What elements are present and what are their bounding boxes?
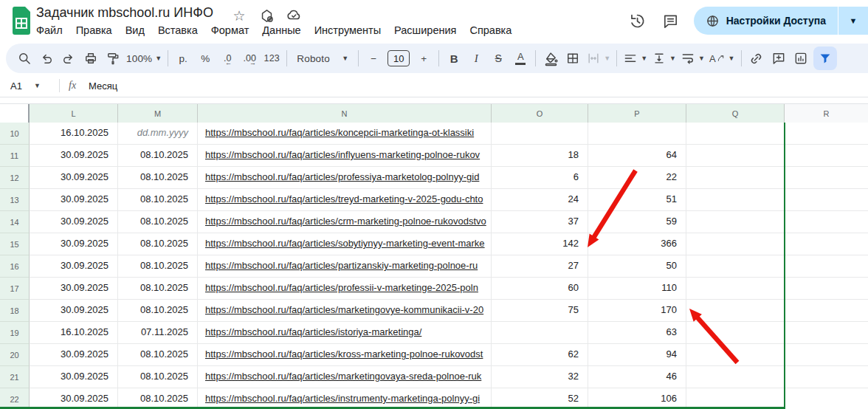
cell-N22[interactable]: https://mbschool.ru/faq/articles/instrum…	[198, 388, 492, 409]
cell-Q19[interactable]	[686, 322, 785, 344]
cell-M15[interactable]: 08.10.2025	[118, 233, 198, 255]
column-header-R[interactable]: R	[785, 104, 868, 123]
cell-R11[interactable]	[785, 145, 868, 167]
cell-N14[interactable]: https://mbschool.ru/faq/articles/crm-mar…	[198, 211, 492, 233]
cell-P22[interactable]: 106	[588, 388, 686, 409]
cell-R20[interactable]	[785, 344, 868, 366]
cell-M21[interactable]: 08.10.2025	[118, 366, 198, 388]
sheets-logo-icon[interactable]	[11, 7, 32, 38]
cell-O12[interactable]: 6	[492, 167, 588, 189]
cell-O11[interactable]: 18	[492, 145, 588, 167]
cell-Q21[interactable]	[686, 366, 785, 388]
cell-P12[interactable]: 22	[588, 167, 686, 189]
cell-P14[interactable]: 59	[588, 211, 686, 233]
share-dropdown-caret[interactable]: ▼	[838, 7, 868, 35]
borders-icon[interactable]	[562, 47, 584, 69]
cell-O17[interactable]: 60	[492, 278, 588, 300]
insert-link-icon[interactable]	[745, 47, 768, 69]
cell-Q20[interactable]	[686, 344, 785, 366]
cell-N10[interactable]: https://mbschool.ru/faq/articles/koncepc…	[198, 123, 492, 145]
font-select[interactable]: Roboto ▼	[291, 47, 354, 69]
cell-Q13[interactable]	[686, 189, 785, 211]
horizontal-align-icon[interactable]: ▼	[621, 47, 650, 69]
cell-N21[interactable]: https://mbschool.ru/faq/articles/marketi…	[198, 366, 492, 388]
cell-L15[interactable]: 30.09.2025	[30, 233, 118, 255]
search-icon[interactable]	[13, 47, 35, 69]
cell-O21[interactable]: 32	[492, 366, 588, 388]
cell-M14[interactable]: 08.10.2025	[118, 211, 198, 233]
decrease-font-size-button[interactable]: −	[362, 47, 385, 69]
cell-M18[interactable]: 08.10.2025	[118, 300, 198, 322]
cell-L21[interactable]: 30.09.2025	[30, 366, 118, 388]
cell-L19[interactable]: 16.10.2025	[30, 322, 118, 344]
cell-N19[interactable]: https://mbschool.ru/faq/articles/istoriy…	[198, 322, 492, 344]
cell-N15[interactable]: https://mbschool.ru/faq/articles/sobytiy…	[198, 233, 492, 255]
select-all-corner[interactable]	[0, 104, 30, 123]
insert-chart-icon[interactable]	[790, 47, 812, 69]
menu-item-tools[interactable]: Инструменты	[308, 22, 388, 38]
cell-N13[interactable]: https://mbschool.ru/faq/articles/treyd-m…	[198, 189, 492, 211]
cell-Q17[interactable]	[686, 278, 785, 300]
document-title[interactable]: Задачник mbschool.ru ИНФО	[36, 5, 213, 21]
cell-O20[interactable]: 62	[492, 344, 588, 366]
menu-item-data[interactable]: Данные	[255, 22, 307, 38]
cell-P18[interactable]: 170	[588, 300, 686, 322]
cell-O18[interactable]: 75	[492, 300, 588, 322]
cell-Q11[interactable]	[686, 145, 785, 167]
row-header-13[interactable]: 13	[0, 189, 30, 211]
cell-R18[interactable]	[785, 300, 868, 322]
cell-L12[interactable]: 30.09.2025	[30, 167, 118, 189]
bold-button[interactable]: B	[443, 47, 465, 69]
cell-Q18[interactable]	[686, 300, 785, 322]
zoom-select[interactable]: 100% ▼	[124, 47, 164, 69]
merge-cells-icon[interactable]: ▼	[584, 47, 613, 69]
cell-N11[interactable]: https://mbschool.ru/faq/articles/inflyue…	[198, 145, 492, 167]
cell-M13[interactable]: 08.10.2025	[118, 189, 198, 211]
cell-O10[interactable]	[492, 123, 588, 145]
cell-P15[interactable]: 366	[588, 233, 686, 255]
comments-icon[interactable]	[654, 6, 688, 35]
increase-decimals-button[interactable]: .00→	[238, 47, 261, 69]
row-header-21[interactable]: 21	[0, 366, 30, 388]
menu-item-help[interactable]: Справка	[463, 22, 518, 38]
cell-L13[interactable]: 30.09.2025	[30, 189, 118, 211]
cell-R12[interactable]	[785, 167, 868, 189]
cell-O19[interactable]	[492, 322, 588, 344]
menu-item-edit[interactable]: Правка	[69, 22, 119, 38]
row-header-16[interactable]: 16	[0, 255, 30, 278]
cell-O16[interactable]: 27	[492, 255, 588, 278]
row-header-12[interactable]: 12	[0, 167, 30, 189]
menu-item-extensions[interactable]: Расширения	[388, 22, 463, 38]
row-header-10[interactable]: 10	[0, 123, 30, 145]
cell-R22[interactable]	[785, 388, 868, 409]
fill-color-icon[interactable]	[540, 47, 562, 69]
cell-M11[interactable]: 08.10.2025	[118, 145, 198, 167]
cell-M16[interactable]: 08.10.2025	[118, 255, 198, 278]
cell-P19[interactable]: 63	[588, 322, 686, 344]
column-header-L[interactable]: L	[30, 104, 118, 123]
row-header-17[interactable]: 17	[0, 278, 30, 300]
formula-input[interactable]: Месяц	[89, 80, 117, 92]
cell-L10[interactable]: 16.10.2025	[30, 123, 118, 145]
print-icon[interactable]	[80, 47, 102, 69]
version-history-icon[interactable]	[620, 6, 654, 35]
font-size-input[interactable]: 10	[388, 50, 410, 66]
menu-item-file[interactable]: Файл	[30, 22, 69, 38]
cell-M22[interactable]: 08.10.2025	[118, 388, 198, 409]
cell-R15[interactable]	[785, 233, 868, 255]
cell-O15[interactable]: 142	[492, 233, 588, 255]
column-header-N[interactable]: N	[198, 104, 492, 123]
cell-M19[interactable]: 07.11.2025	[118, 322, 198, 344]
cell-O13[interactable]: 24	[492, 189, 588, 211]
share-button[interactable]: Настройки Доступа	[694, 7, 838, 35]
cell-N18[interactable]: https://mbschool.ru/faq/articles/marketi…	[198, 300, 492, 322]
row-header-11[interactable]: 11	[0, 145, 30, 167]
cell-P20[interactable]: 94	[588, 344, 686, 366]
cell-L18[interactable]: 30.09.2025	[30, 300, 118, 322]
text-color-button[interactable]: A	[509, 47, 531, 69]
cell-Q15[interactable]	[686, 233, 785, 255]
text-wrap-icon[interactable]: ▼	[678, 47, 707, 69]
cell-P11[interactable]: 64	[588, 145, 686, 167]
insert-comment-icon[interactable]	[768, 47, 790, 69]
format-currency-button[interactable]: р.	[172, 47, 194, 69]
